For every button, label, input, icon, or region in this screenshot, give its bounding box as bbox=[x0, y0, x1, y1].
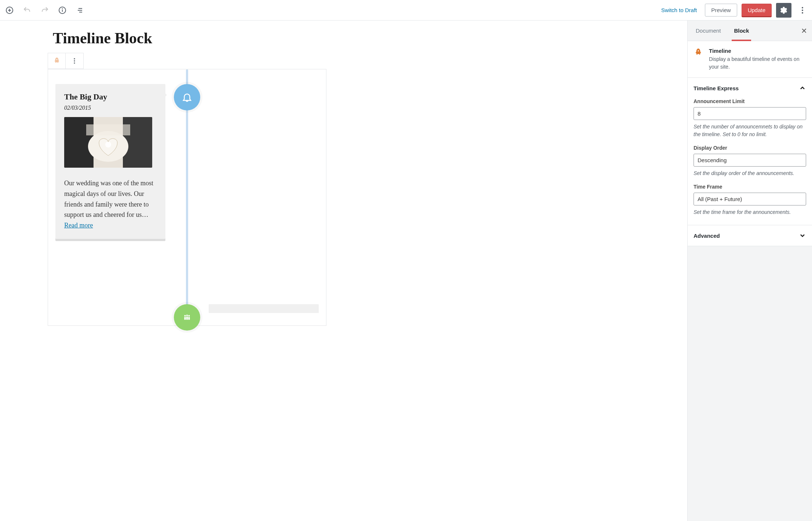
read-more-link[interactable]: Read more bbox=[64, 222, 93, 229]
bell-icon bbox=[182, 92, 193, 103]
undo-button[interactable] bbox=[21, 4, 34, 17]
limit-help: Set the number of announcemnets to displ… bbox=[694, 123, 806, 138]
editor-area: Timeline Block The Big Day 02/03/2015 bbox=[0, 21, 687, 521]
toolbar-left bbox=[3, 4, 87, 17]
timeline-node-2 bbox=[174, 304, 200, 331]
info-circle-icon bbox=[58, 6, 67, 15]
svg-point-14 bbox=[74, 60, 75, 61]
page-title[interactable]: Timeline Block bbox=[53, 29, 687, 47]
limit-input[interactable] bbox=[694, 107, 806, 120]
block-info-header: Timeline Display a beautiful timeline of… bbox=[688, 41, 812, 78]
svg-point-11 bbox=[802, 12, 803, 14]
panel-timeline-toggle[interactable]: Timeline Express bbox=[688, 78, 812, 98]
timeline-block[interactable]: The Big Day 02/03/2015 Our wedding was o… bbox=[48, 69, 326, 326]
block-more-button[interactable] bbox=[66, 53, 83, 69]
panel-advanced-toggle[interactable]: Advanced bbox=[688, 225, 812, 246]
redo-icon bbox=[40, 6, 49, 15]
people-icon bbox=[182, 313, 192, 322]
svg-rect-25 bbox=[184, 317, 186, 320]
svg-point-22 bbox=[184, 315, 186, 317]
svg-point-15 bbox=[74, 62, 75, 63]
order-label: Display Order bbox=[694, 145, 806, 151]
close-sidebar-button[interactable]: ✕ bbox=[797, 24, 811, 37]
app-body: Timeline Block The Big Day 02/03/2015 bbox=[0, 21, 812, 521]
timeframe-select[interactable]: All (Past + Future) bbox=[694, 193, 806, 205]
plus-circle-icon bbox=[5, 6, 14, 15]
info-button[interactable] bbox=[56, 4, 69, 17]
more-menu-button[interactable] bbox=[796, 4, 809, 17]
undo-icon bbox=[23, 6, 32, 15]
timeframe-label: Time Frame bbox=[694, 184, 806, 190]
svg-point-9 bbox=[802, 7, 803, 8]
svg-point-20 bbox=[105, 142, 111, 147]
toolbar-right: Switch to Draft Preview Update bbox=[658, 3, 809, 18]
top-toolbar: Switch to Draft Preview Update bbox=[0, 0, 812, 21]
outline-button[interactable] bbox=[73, 4, 87, 17]
svg-rect-27 bbox=[188, 317, 190, 320]
rocket-icon bbox=[53, 57, 61, 65]
panel-timeline-express: Timeline Express Announcement Limit Set … bbox=[688, 78, 812, 225]
preview-button[interactable]: Preview bbox=[705, 4, 737, 17]
kebab-icon bbox=[71, 57, 78, 65]
panel-timeline-title: Timeline Express bbox=[694, 85, 739, 91]
chevron-up-icon bbox=[799, 84, 806, 92]
panel-advanced: Advanced bbox=[688, 225, 812, 246]
kebab-icon bbox=[798, 6, 807, 15]
chevron-down-icon bbox=[799, 232, 806, 239]
card-title: The Big Day bbox=[64, 92, 157, 102]
settings-toggle-button[interactable] bbox=[776, 3, 791, 18]
order-select[interactable]: Descending bbox=[694, 154, 806, 167]
redo-button[interactable] bbox=[38, 4, 51, 17]
timeline-card-2-stub bbox=[209, 304, 319, 313]
update-button[interactable]: Update bbox=[742, 4, 772, 17]
panel-advanced-title: Advanced bbox=[694, 233, 720, 239]
list-icon bbox=[76, 6, 84, 15]
switch-to-draft-link[interactable]: Switch to Draft bbox=[658, 7, 701, 13]
field-time-frame: Time Frame All (Past + Future) Set the t… bbox=[694, 184, 806, 216]
card-image bbox=[64, 117, 152, 168]
settings-sidebar: Document Block ✕ Timeline Display a beau… bbox=[687, 21, 812, 521]
svg-point-12 bbox=[56, 59, 57, 60]
rocket-icon bbox=[694, 48, 703, 57]
timeline-card-1: The Big Day 02/03/2015 Our wedding was o… bbox=[55, 84, 165, 239]
block-toolbar bbox=[48, 53, 84, 69]
block-type-button[interactable] bbox=[48, 53, 66, 69]
card-excerpt: Our wedding was one of the most magical … bbox=[64, 178, 157, 220]
svg-point-24 bbox=[188, 315, 190, 317]
field-display-order: Display Order Descending Set the display… bbox=[694, 145, 806, 177]
svg-point-10 bbox=[802, 10, 803, 11]
card-date: 02/03/2015 bbox=[64, 105, 157, 111]
timeline-node-1 bbox=[174, 84, 200, 110]
limit-label: Announcement Limit bbox=[694, 98, 806, 104]
svg-point-5 bbox=[62, 8, 63, 9]
svg-rect-21 bbox=[86, 124, 130, 135]
svg-rect-26 bbox=[186, 317, 188, 320]
tab-document[interactable]: Document bbox=[689, 21, 727, 41]
svg-point-23 bbox=[186, 314, 188, 316]
order-help: Set the display order of the announcemen… bbox=[694, 170, 806, 177]
field-announcement-limit: Announcement Limit Set the number of ann… bbox=[694, 98, 806, 138]
close-icon: ✕ bbox=[801, 26, 807, 35]
panel-timeline-body: Announcement Limit Set the number of ann… bbox=[688, 98, 812, 225]
block-info-desc: Display a beautiful timeline of events o… bbox=[709, 55, 806, 71]
svg-point-13 bbox=[74, 58, 75, 59]
block-info-title: Timeline bbox=[709, 48, 806, 54]
timeframe-help: Set the time frame for the announcements… bbox=[694, 208, 806, 216]
gear-icon bbox=[780, 6, 788, 14]
svg-point-28 bbox=[698, 50, 699, 51]
sidebar-tabs: Document Block ✕ bbox=[688, 21, 812, 41]
add-block-button[interactable] bbox=[3, 4, 16, 17]
tab-block[interactable]: Block bbox=[727, 21, 756, 41]
wedding-photo-placeholder bbox=[64, 117, 152, 168]
